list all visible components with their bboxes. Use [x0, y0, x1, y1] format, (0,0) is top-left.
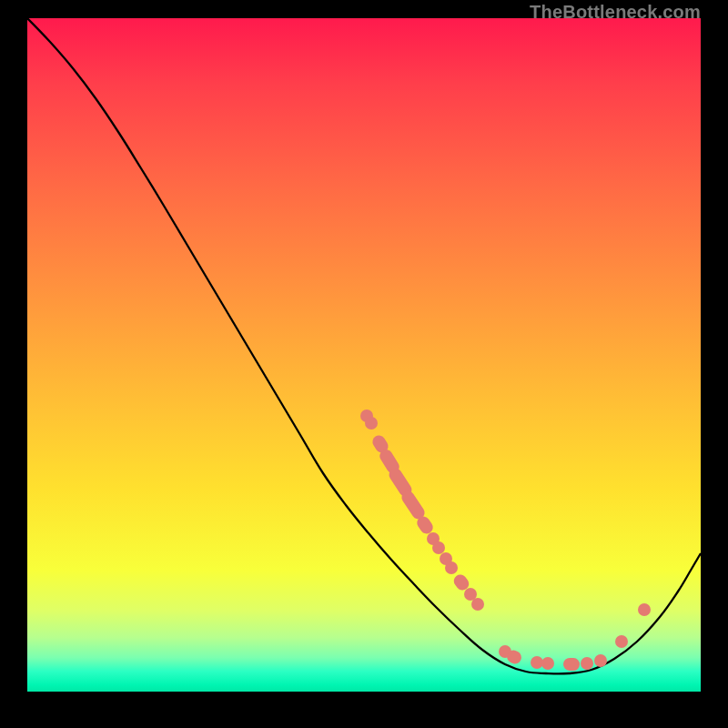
data-marker: [471, 598, 484, 611]
data-marker: [365, 417, 378, 430]
data-markers: [360, 410, 651, 671]
data-marker: [445, 561, 458, 574]
chart-overlay: [27, 18, 701, 692]
data-marker: [432, 541, 445, 554]
data-marker: [541, 657, 554, 670]
data-marker: [594, 654, 607, 667]
chart-stage: TheBottleneck.com: [0, 0, 728, 728]
data-marker: [531, 656, 543, 669]
plot-area: [27, 18, 701, 692]
bottleneck-curve: [27, 18, 701, 673]
data-marker: [581, 657, 593, 670]
data-marker: [615, 635, 628, 648]
data-marker: [638, 603, 651, 616]
data-marker: [563, 658, 580, 672]
